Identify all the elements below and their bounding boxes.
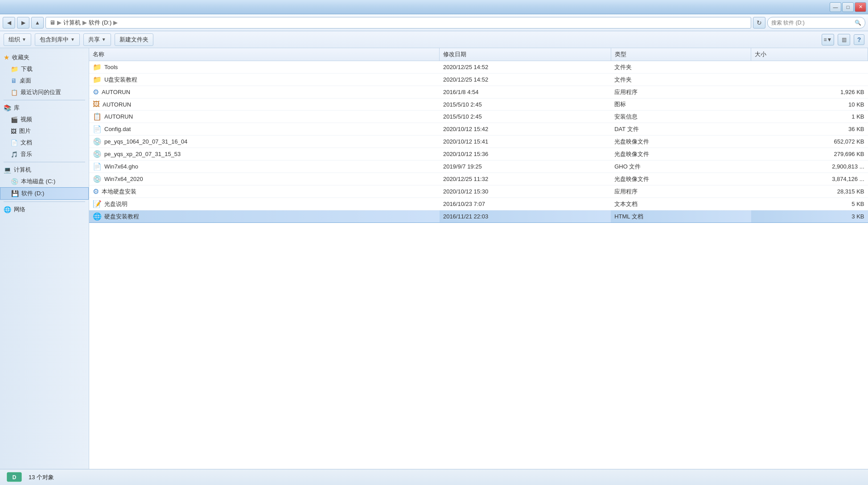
table-row[interactable]: ⚙ 本地硬盘安装 2020/10/12 15:30 应用程序 28,315 KB — [89, 185, 868, 198]
sidebar-item-recent[interactable]: 📋 最近访问的位置 — [0, 86, 89, 98]
breadcrumb-drive[interactable]: 软件 (D:) — [89, 19, 111, 27]
file-name-cell: 💿 pe_yqs_1064_20_07_31_16_04 — [89, 136, 440, 148]
forward-button[interactable]: ▶ — [17, 17, 29, 29]
col-size-header[interactable]: 大小 — [751, 48, 868, 61]
table-row[interactable]: 📄 Config.dat 2020/10/12 15:42 DAT 文件 36 … — [89, 123, 868, 136]
share-label: 共享 — [88, 36, 100, 44]
sidebar-item-music[interactable]: 🎵 音乐 — [0, 148, 89, 160]
table-row[interactable]: 📄 Win7x64.gho 2019/9/7 19:25 GHO 文件 2,90… — [89, 160, 868, 173]
doc-label: 文档 — [21, 139, 32, 147]
file-size — [751, 74, 868, 86]
dat-icon: 📄 — [93, 125, 102, 133]
table-row[interactable]: ⚙ AUTORUN 2016/1/8 4:54 应用程序 1,926 KB — [89, 86, 868, 99]
file-name: U盘安装教程 — [104, 76, 137, 84]
up-button[interactable]: ▲ — [31, 17, 44, 29]
table-row[interactable]: 🌐 硬盘安装教程 2016/11/21 22:03 HTML 文档 3 KB — [89, 210, 868, 223]
table-row[interactable]: 📁 Tools 2020/12/25 14:52 文件夹 — [89, 61, 868, 74]
file-table-header: 名称 修改日期 类型 大小 — [89, 48, 868, 61]
sidebar-network-header[interactable]: 🌐 网络 — [0, 204, 89, 215]
table-row[interactable]: 📝 光盘说明 2016/10/23 7:07 文本文档 5 KB — [89, 198, 868, 210]
file-name-cell: 📝 光盘说明 — [89, 198, 440, 210]
table-row[interactable]: 📁 U盘安装教程 2020/12/25 14:52 文件夹 — [89, 74, 868, 86]
html-icon: 🌐 — [93, 212, 102, 221]
sidebar-section-favorites: ★ 收藏夹 📁 下载 🖥 桌面 📋 最近访问的位置 — [0, 52, 89, 98]
file-type: 文本文档 — [611, 198, 751, 210]
sidebar-item-video[interactable]: 🎬 视频 — [0, 114, 89, 125]
iso-icon: 💿 — [93, 137, 102, 146]
address-bar: ◀ ▶ ▲ 🖥 ▶ 计算机 ▶ 软件 (D:) ▶ ↻ 🔍 — [0, 14, 868, 31]
breadcrumb[interactable]: 🖥 ▶ 计算机 ▶ 软件 (D:) ▶ — [45, 17, 751, 29]
share-button[interactable]: 共享 ▼ — [83, 33, 111, 46]
view-options-button[interactable]: ≡▼ — [822, 34, 834, 45]
computer-label: 计算机 — [14, 166, 31, 174]
table-row[interactable]: 💿 pe_yqs_1064_20_07_31_16_04 2020/10/12 … — [89, 136, 868, 148]
breadcrumb-computer[interactable]: 计算机 — [63, 19, 81, 27]
music-label: 音乐 — [21, 150, 32, 158]
table-row[interactable]: 📋 AUTORUN 2015/5/10 2:45 安装信息 1 KB — [89, 111, 868, 123]
file-name: 光盘说明 — [104, 200, 128, 208]
preview-pane-button[interactable]: ▥ — [838, 34, 850, 45]
sidebar-library-header[interactable]: 📚 库 — [0, 102, 89, 114]
file-modified: 2016/11/21 22:03 — [440, 210, 611, 223]
file-name: 本地硬盘安装 — [102, 188, 136, 196]
sidebar-item-document[interactable]: 📄 文档 — [0, 137, 89, 148]
sidebar-divider-3 — [4, 201, 85, 202]
status-icon: D — [5, 471, 23, 484]
sidebar-item-download[interactable]: 📁 下载 — [0, 63, 89, 75]
drive-d-icon: 💾 — [11, 190, 19, 197]
table-row[interactable]: 💿 Win7x64_2020 2020/12/25 11:32 光盘映像文件 3… — [89, 173, 868, 185]
help-button[interactable]: ? — [854, 34, 864, 45]
file-name: Config.dat — [104, 126, 131, 132]
file-name-cell: 📄 Win7x64.gho — [89, 160, 440, 173]
back-button[interactable]: ◀ — [3, 17, 15, 29]
video-label: 视频 — [21, 115, 32, 123]
img-icon: 🖼 — [93, 100, 100, 108]
new-folder-label: 新建文件夹 — [119, 36, 148, 44]
exe-icon: ⚙ — [93, 88, 99, 96]
col-type-header[interactable]: 类型 — [611, 48, 751, 61]
file-type: 应用程序 — [611, 185, 751, 198]
file-size: 10 KB — [751, 99, 868, 111]
col-modified-header[interactable]: 修改日期 — [440, 48, 611, 61]
file-name: 硬盘安装教程 — [104, 213, 139, 221]
sidebar-item-drive-d[interactable]: 💾 软件 (D:) — [0, 187, 89, 200]
file-type: 应用程序 — [611, 86, 751, 99]
minimize-button[interactable]: — — [830, 2, 841, 12]
iso-icon: 💿 — [93, 175, 102, 183]
include-label: 包含到库中 — [40, 36, 69, 44]
local-c-label: 本地磁盘 (C:) — [21, 177, 55, 185]
file-modified: 2020/12/25 14:52 — [440, 61, 611, 74]
folder-download-icon: 📁 — [11, 66, 18, 73]
search-input[interactable] — [771, 20, 853, 26]
desktop-label: 桌面 — [20, 77, 31, 85]
file-modified: 2020/12/25 11:32 — [440, 173, 611, 185]
sidebar-item-desktop[interactable]: 🖥 桌面 — [0, 75, 89, 86]
sidebar-computer-header[interactable]: 💻 计算机 — [0, 164, 89, 176]
file-name: Win7x64_2020 — [104, 176, 143, 182]
include-button[interactable]: 包含到库中 ▼ — [35, 33, 80, 46]
file-size — [751, 61, 868, 74]
sidebar-section-computer: 💻 计算机 💿 本地磁盘 (C:) 💾 软件 (D:) — [0, 164, 89, 200]
new-folder-button[interactable]: 新建文件夹 — [115, 33, 153, 46]
sidebar-section-network: 🌐 网络 — [0, 204, 89, 215]
file-name-cell: 💿 Win7x64_2020 — [89, 173, 440, 185]
sidebar-item-drive-c[interactable]: 💿 本地磁盘 (C:) — [0, 176, 89, 187]
close-button[interactable]: ✕ — [855, 2, 866, 12]
file-type: 光盘映像文件 — [611, 148, 751, 160]
table-row[interactable]: 💿 pe_yqs_xp_20_07_31_15_53 2020/10/12 15… — [89, 148, 868, 160]
txt-icon: 📝 — [93, 200, 102, 208]
table-row[interactable]: 🖼 AUTORUN 2015/5/10 2:45 图标 10 KB — [89, 99, 868, 111]
refresh-button[interactable]: ↻ — [753, 17, 765, 29]
search-box[interactable]: 🔍 — [767, 17, 865, 29]
sidebar-favorites-header[interactable]: ★ 收藏夹 — [0, 52, 89, 63]
picture-icon: 🖼 — [11, 128, 16, 135]
file-modified: 2015/5/10 2:45 — [440, 99, 611, 111]
organize-button[interactable]: 组织 ▼ — [4, 33, 31, 46]
col-name-header[interactable]: 名称 — [89, 48, 440, 61]
sidebar-divider-2 — [4, 162, 85, 162]
file-modified: 2020/10/12 15:30 — [440, 185, 611, 198]
drive-c-icon: 💿 — [11, 178, 18, 185]
sidebar-item-picture[interactable]: 🖼 图片 — [0, 125, 89, 137]
maximize-button[interactable]: □ — [842, 2, 854, 12]
organize-dropdown-arrow: ▼ — [22, 37, 26, 42]
